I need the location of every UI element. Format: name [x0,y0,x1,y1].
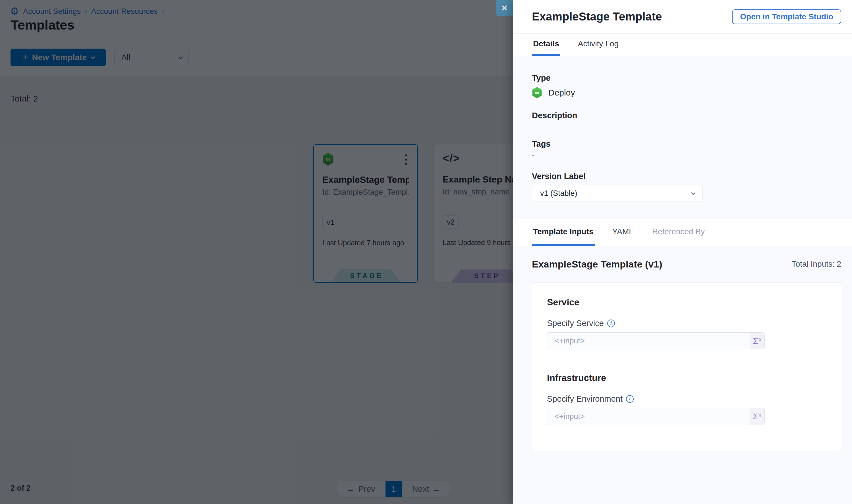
inputs-tab-bar: Template Inputs YAML Referenced By [513,219,852,246]
inputs-heading: ExampleStage Template (v1) [532,259,663,270]
infinity-glyph: ∞ [535,89,539,96]
drawer-tab-bar: Details Activity Log [513,34,852,56]
details-panel: Type ∞ Deploy Description Tags - Version… [513,56,852,219]
expression-sigma-button[interactable]: Σx [750,332,764,349]
info-icon[interactable]: i [607,320,615,327]
inputs-heading-row: ExampleStage Template (v1) Total Inputs:… [532,258,841,270]
tags-label: Tags [532,139,841,148]
environment-input[interactable] [547,408,750,425]
tab-yaml[interactable]: YAML [611,219,635,246]
service-input[interactable] [547,332,750,349]
cd-hexagon-icon: ∞ [532,87,542,98]
sigma-glyph: Σ [753,412,758,421]
tab-activity-log[interactable]: Activity Log [577,34,620,56]
specify-environment-text: Specify Environment [547,394,622,404]
service-input-row: Σx [547,332,765,349]
description-label: Description [532,111,841,120]
tags-value: - [532,150,841,159]
section-title-service: Service [547,297,826,308]
type-value: Deploy [548,88,575,97]
tab-template-inputs[interactable]: Template Inputs [532,219,595,246]
tab-referenced-by[interactable]: Referenced By [651,219,706,246]
info-icon[interactable]: i [626,395,634,403]
tab-details[interactable]: Details [532,34,560,56]
open-template-studio-button[interactable]: Open in Template Studio [732,10,841,24]
drawer-header: ExampleStage Template Open in Template S… [513,0,852,34]
close-icon: ✕ [501,3,508,13]
type-value-row: ∞ Deploy [532,87,841,98]
version-select-value: v1 (Stable) [540,189,577,198]
expression-sigma-button[interactable]: Σx [750,408,764,425]
type-label: Type [532,73,841,83]
inputs-card: Service Specify Service i Σx Infrastruct… [532,283,841,451]
environment-input-row: Σx [547,408,765,425]
specify-service-label: Specify Service i [547,318,826,328]
drawer-title: ExampleStage Template [532,10,732,23]
chevron-down-icon [691,191,696,195]
section-title-infrastructure: Infrastructure [547,373,826,383]
version-label-label: Version Label [532,172,841,181]
version-select[interactable]: v1 (Stable) [532,185,703,202]
specify-environment-label: Specify Environment i [547,394,826,404]
close-drawer-button[interactable]: ✕ [496,0,513,16]
template-details-drawer: ExampleStage Template Open in Template S… [513,0,852,504]
template-inputs-panel: ExampleStage Template (v1) Total Inputs:… [513,246,852,504]
sigma-glyph: Σ [753,336,758,346]
specify-service-text: Specify Service [547,319,604,328]
app-root: ⚙ Account Settings › Account Resources ›… [0,0,852,504]
total-inputs-count: Total Inputs: 2 [792,259,841,269]
